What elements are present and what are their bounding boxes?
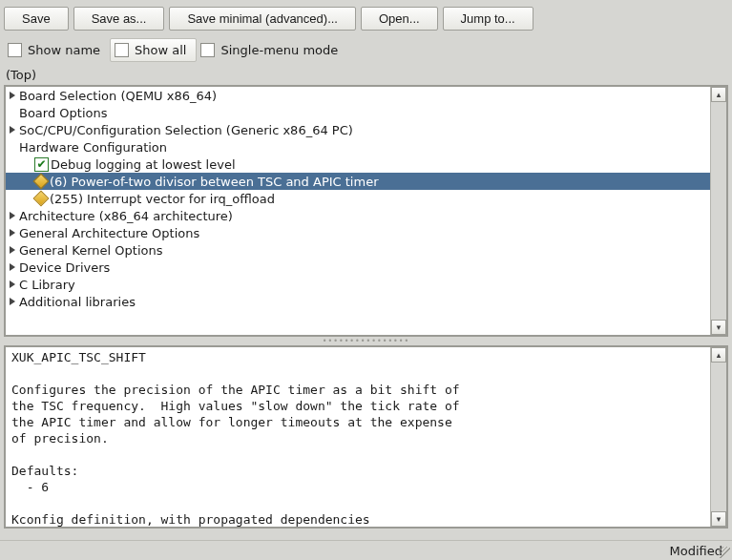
tree-row-label: (255) Interrupt vector for irq_offload [50,192,275,206]
tree-row[interactable]: ✔Debug logging at lowest level [6,156,710,173]
single-menu-label: Single-menu mode [220,43,338,57]
status-bar: Modified [0,540,732,560]
tree-row-label: Board Options [19,106,108,120]
open-button[interactable]: Open... [361,7,438,31]
tree-row-label: Hardware Configuration [19,140,167,155]
expand-arrow-icon[interactable] [10,263,15,271]
tree-row[interactable]: (6) Power-of-two divisor between TSC and… [6,173,710,190]
help-footer: Kconfig definition, with propagated depe… [11,512,370,527]
int-option-diamond-icon[interactable] [33,191,50,207]
modified-indicator: Modified [670,544,722,558]
help-defaults-value: - 6 [11,480,49,494]
single-menu-checkbox[interactable]: Single-menu mode [197,39,347,61]
expand-arrow-icon[interactable] [10,212,15,219]
scroll-down-icon[interactable]: ▾ [711,511,726,527]
tree-row-label: (6) Power-of-two divisor between TSC and… [50,175,378,189]
breadcrumb: (Top) [0,68,732,85]
save-as-button[interactable]: Save as... [73,7,165,31]
bool-option-checkbox-icon[interactable]: ✔ [34,157,49,172]
show-name-label: Show name [28,43,100,57]
expand-arrow-icon[interactable] [10,126,15,134]
tree-row[interactable]: Board Options [6,104,710,121]
scroll-up-icon[interactable]: ▴ [711,347,726,363]
expand-arrow-icon[interactable] [10,298,15,305]
expand-arrow-icon[interactable] [10,92,15,99]
resize-grip-icon[interactable] [719,547,730,558]
tree-row-label: General Kernel Options [19,243,163,258]
tree-scrollbar[interactable]: ▴ ▾ [710,87,726,335]
checkbox-icon [8,43,22,57]
tree-row-label: SoC/CPU/Configuration Selection (Generic… [19,123,353,137]
tree-row-label: Architecture (x86_64 architecture) [19,209,233,223]
help-panel: XUK_APIC_TSC_SHIFT Configures the precis… [4,345,728,529]
scroll-up-icon[interactable]: ▴ [711,87,726,102]
help-body: Configures the precision of the APIC tim… [11,383,460,446]
tree-row-label: Device Drivers [19,260,110,275]
int-option-diamond-icon[interactable] [33,174,50,190]
checkbox-icon [115,43,129,57]
toolbar: Save Save as... Save minimal (advanced).… [0,0,732,35]
tree-row[interactable]: Additional libraries [6,293,710,310]
jump-to-button[interactable]: Jump to... [443,7,533,31]
expand-arrow-icon[interactable] [10,246,15,254]
save-button[interactable]: Save [4,7,69,31]
tree-row[interactable]: General Kernel Options [6,241,710,259]
tree-row[interactable]: Board Selection (QEMU x86_64) [6,87,710,104]
save-minimal-button[interactable]: Save minimal (advanced)... [169,7,356,31]
view-options: Show name Show all Single-menu mode [0,35,732,68]
config-tree[interactable]: Board Selection (QEMU x86_64)Board Optio… [6,87,710,335]
show-name-checkbox[interactable]: Show name [4,39,110,61]
tree-row[interactable]: C Library [6,276,710,293]
tree-row[interactable]: Hardware Configuration [6,138,710,156]
help-scrollbar[interactable]: ▴ ▾ [710,347,726,527]
tree-row-label: Board Selection (QEMU x86_64) [19,89,217,103]
tree-row-label: General Architecture Options [19,226,199,240]
show-all-checkbox[interactable]: Show all [110,38,197,62]
tree-row[interactable]: Device Drivers [6,259,710,276]
tree-row-label: Debug logging at lowest level [51,157,236,172]
tree-row[interactable]: SoC/CPU/Configuration Selection (Generic… [6,121,710,138]
expand-arrow-icon[interactable] [10,229,15,237]
tree-row-label: C Library [19,278,75,292]
splitter-handle[interactable]: •••••••••••••••• [4,337,728,345]
tree-row[interactable]: General Architecture Options [6,224,710,241]
help-symbol: XUK_APIC_TSC_SHIFT [11,350,146,364]
checkbox-icon [200,43,215,57]
tree-row[interactable]: (255) Interrupt vector for irq_offload [6,190,710,207]
expand-arrow-icon[interactable] [10,280,15,288]
help-text: XUK_APIC_TSC_SHIFT Configures the precis… [6,347,710,527]
show-all-label: Show all [135,43,186,57]
tree-row[interactable]: Architecture (x86_64 architecture) [6,207,710,224]
help-defaults-heading: Defaults: [11,464,78,478]
tree-row-label: Additional libraries [19,295,136,309]
scroll-down-icon[interactable]: ▾ [711,320,726,335]
config-tree-panel: Board Selection (QEMU x86_64)Board Optio… [4,85,728,337]
